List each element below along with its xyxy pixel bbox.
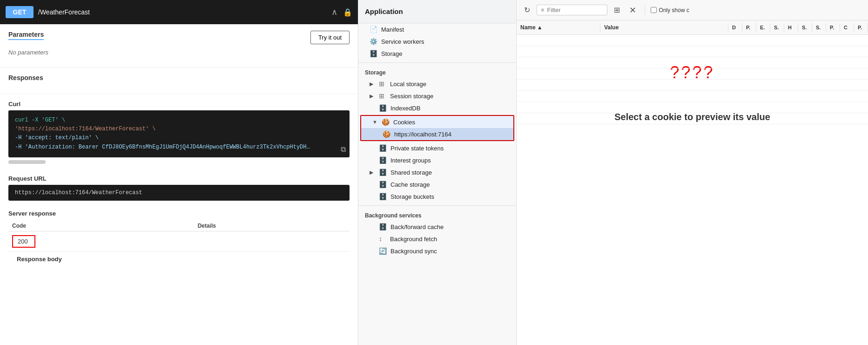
col-header-d[interactable]: D [728, 23, 742, 32]
col-header-p1[interactable]: P. [742, 23, 756, 32]
curl-scrollbar[interactable] [8, 160, 350, 164]
close-filter-button[interactable]: ✕ [626, 4, 639, 16]
response-table: Code Details 200 [8, 221, 350, 252]
devtools-header: Application [358, 0, 516, 23]
sidebar-item-shared-storage[interactable]: ▶ 🗄️ Shared storage [358, 166, 516, 178]
sidebar-item-back-forward-cache-label: Back/forward cache [390, 223, 444, 230]
bg-sync-icon: 🔄 [379, 247, 387, 255]
storage-section-header: Storage [358, 66, 516, 78]
nav-divider-2 [358, 205, 516, 206]
method-badge: GET [6, 6, 34, 18]
manifest-icon: 📄 [370, 26, 377, 33]
sidebar-item-session-storage[interactable]: ▶ ⊞ Session storage [358, 90, 516, 102]
sidebar-item-cookies[interactable]: ▼ 🍪 Cookies [361, 116, 513, 128]
bg-sync-spacer: ▶ [370, 248, 375, 254]
col-header-p3[interactable]: P. [854, 23, 868, 32]
col-p3-label: P. [858, 25, 862, 30]
sidebar-item-manifest[interactable]: 📄 Manifest [358, 23, 516, 35]
col-p2-label: P. [830, 25, 834, 30]
sidebar-item-service-workers[interactable]: ⚙️ Service workers [358, 35, 516, 47]
col-header-s2[interactable]: S. [798, 23, 812, 32]
session-storage-arrow: ▶ [370, 93, 375, 99]
sidebar-item-back-forward-cache[interactable]: ▶ 🗄️ Back/forward cache [358, 221, 516, 233]
clear-filter-button[interactable]: ⊞ [611, 4, 623, 16]
response-code-value: 200 [12, 235, 35, 248]
lock-icon: 🔒 [343, 8, 352, 17]
swagger-header: GET /WeatherForecast ∧ 🔒 [0, 0, 358, 24]
sidebar-item-indexeddb-label: IndexedDB [390, 105, 420, 112]
cache-storage-icon: 🗄️ [379, 181, 387, 188]
sidebar-item-background-sync[interactable]: ▶ 🔄 Background sync [358, 245, 516, 257]
curl-horizontal-scrollbar[interactable] [8, 160, 46, 164]
try-it-out-button[interactable]: Try it out [310, 31, 350, 44]
sidebar-item-private-state-tokens[interactable]: ▶ 🗄️ Private state tokens [358, 142, 516, 154]
col-p1-label: P. [746, 25, 750, 30]
server-response-label: Server response [8, 210, 350, 217]
shared-storage-icon: 🗄️ [379, 169, 387, 176]
indexeddb-icon: 🗄️ [379, 104, 387, 112]
col-name-label: Name [520, 24, 536, 31]
sidebar-item-local-storage[interactable]: ▶ ⊞ Local storage [358, 78, 516, 90]
cookies-highlighted-container: ▼ 🍪 Cookies 🍪 https://localhost:7164 [360, 115, 514, 141]
curl-label: Curl [8, 101, 350, 108]
sidebar-item-local-storage-label: Local storage [390, 81, 426, 88]
col-header-h[interactable]: H [784, 23, 798, 32]
col-header-s3[interactable]: S. [812, 23, 826, 32]
select-cookie-message: Select a cookie to preview its value [517, 101, 868, 133]
copy-curl-button[interactable]: ⧉ [341, 145, 346, 154]
response-details-cell [194, 231, 350, 251]
interest-groups-icon: 🗄️ [379, 156, 387, 164]
sidebar-item-service-workers-label: Service workers [381, 38, 424, 45]
cookie-panel: ↻ ≡ ⊞ ✕ Only show c Name ▲ Value D P. E. [517, 0, 868, 345]
sidebar-item-shared-storage-label: Shared storage [390, 169, 432, 176]
sidebar-item-cookies-localhost[interactable]: 🍪 https://localhost:7164 [361, 128, 513, 140]
sidebar-item-indexeddb[interactable]: ▶ 🗄️ IndexedDB [358, 102, 516, 114]
only-show-checkbox[interactable] [651, 7, 657, 13]
bg-fetch-icon: ↕️ [379, 235, 386, 243]
col-header-p2[interactable]: P. [826, 23, 840, 32]
private-state-spacer: ▶ [370, 145, 375, 151]
sidebar-item-private-state-tokens-label: Private state tokens [390, 145, 444, 152]
storage-buckets-spacer: ▶ [370, 194, 375, 200]
sidebar-item-storage-buckets[interactable]: ▶ 🗄️ Storage buckets [358, 190, 516, 203]
sidebar-item-manifest-label: Manifest [381, 26, 404, 33]
col-header-e[interactable]: E. [756, 23, 770, 32]
swagger-panel: GET /WeatherForecast ∧ 🔒 Try it out Para… [0, 0, 358, 345]
col-header-value[interactable]: Value [600, 23, 728, 32]
col-s2-label: S. [802, 25, 807, 30]
swagger-header-icons: ∧ 🔒 [331, 7, 352, 17]
col-e-label: E. [760, 25, 765, 30]
api-path: /WeatherForecast [38, 8, 90, 16]
col-header-s1[interactable]: S. [770, 23, 784, 32]
only-show-container: Only show c [651, 7, 689, 14]
col-s1-label: S. [774, 25, 779, 30]
sidebar-item-background-fetch[interactable]: ▶ ↕️ Background fetch [358, 233, 516, 245]
col-header-name[interactable]: Name ▲ [517, 23, 600, 32]
refresh-button[interactable]: ↻ [521, 4, 533, 16]
sidebar-item-storage-top[interactable]: 🗄️ Storage [358, 47, 516, 60]
parameters-title: Parameters [8, 31, 44, 40]
sidebar-item-session-storage-label: Session storage [390, 93, 433, 100]
responses-section: Responses [0, 68, 358, 94]
sidebar-item-cache-storage[interactable]: ▶ 🗄️ Cache storage [358, 178, 516, 190]
responses-title: Responses [8, 74, 350, 81]
private-state-icon: 🗄️ [379, 144, 387, 152]
curl-line3: -H 'accept: text/plain' \ [15, 134, 343, 142]
cookies-icon: 🍪 [382, 118, 390, 126]
curl-line1: curl -X 'GET' \ [15, 116, 343, 125]
response-body-label: Response body [8, 252, 350, 264]
col-h-label: H [788, 25, 792, 30]
sidebar-item-cache-storage-label: Cache storage [390, 181, 430, 188]
sidebar-item-cookies-localhost-label: https://localhost:7164 [394, 131, 451, 138]
request-url-value: https://localhost:7164/WeatherForecast [8, 185, 350, 201]
bg-fetch-spacer: ▶ [370, 236, 375, 242]
collapse-icon[interactable]: ∧ [331, 7, 337, 17]
indexeddb-spacer: ▶ [370, 105, 375, 111]
sidebar-item-interest-groups[interactable]: ▶ 🗄️ Interest groups [358, 154, 516, 166]
sidebar-item-storage-buckets-label: Storage buckets [390, 193, 434, 200]
sidebar-item-background-fetch-label: Background fetch [390, 236, 437, 243]
col-header-c[interactable]: C [840, 23, 854, 32]
local-storage-icon: ⊞ [379, 80, 386, 88]
filter-input[interactable] [547, 7, 603, 14]
local-storage-arrow: ▶ [370, 81, 375, 87]
